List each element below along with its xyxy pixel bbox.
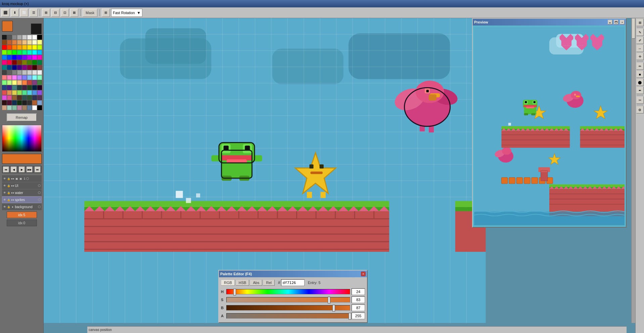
palette-cell-46[interactable]: [32, 60, 37, 65]
palette-cell-51[interactable]: [17, 65, 22, 70]
palette-cell-43[interactable]: [17, 60, 22, 65]
palette-cell-29[interactable]: [27, 50, 32, 55]
palette-cell-23[interactable]: [37, 45, 42, 50]
palette-cell-58[interactable]: [12, 70, 17, 75]
pe-a-slider[interactable]: [226, 313, 350, 319]
palette-cell-75[interactable]: [17, 80, 22, 85]
layer-item-sprites[interactable]: 👁 🔒 ●● sprites: [2, 196, 42, 203]
palette-cell-54[interactable]: [32, 65, 37, 70]
layer-item-background[interactable]: 👁 🔒 ● background: [2, 203, 42, 210]
palette-cell-86[interactable]: [32, 85, 37, 90]
mask-button[interactable]: Mask: [83, 9, 97, 17]
fg-color-swatch[interactable]: [2, 21, 13, 32]
preview-min-btn[interactable]: 🗕: [608, 20, 612, 25]
bg-color-swatch[interactable]: [31, 23, 42, 34]
palette-cell-105[interactable]: [7, 100, 12, 105]
current-color-swatch[interactable]: [2, 154, 42, 164]
palette-cell-56[interactable]: [2, 70, 7, 75]
toolbar-btn-9[interactable]: ⊞: [102, 9, 110, 17]
palette-cell-33[interactable]: [7, 55, 12, 60]
toolbar-btn-4[interactable]: ☰: [30, 9, 38, 17]
palette-cell-10[interactable]: [12, 40, 17, 45]
palette-cell-79[interactable]: [37, 80, 42, 85]
palette-cell-40[interactable]: [2, 60, 7, 65]
palette-cell-55[interactable]: [37, 65, 42, 70]
rt-btn-line[interactable]: ✏: [636, 62, 644, 70]
palette-cell-66[interactable]: [12, 75, 17, 80]
palette-cell-17[interactable]: [7, 45, 12, 50]
palette-cell-60[interactable]: [22, 70, 27, 75]
palette-cell-30[interactable]: [32, 50, 37, 55]
pe-b-value[interactable]: 87: [352, 304, 365, 311]
palette-cell-52[interactable]: [22, 65, 27, 70]
palette-cell-37[interactable]: [27, 55, 32, 60]
palette-cell-48[interactable]: [2, 65, 7, 70]
palette-cell-95[interactable]: [37, 90, 42, 95]
palette-cell-12[interactable]: [22, 40, 27, 45]
palette-cell-112[interactable]: [2, 105, 7, 110]
idx-0-label[interactable]: idx·0: [7, 220, 37, 226]
palette-cell-81[interactable]: [7, 85, 12, 90]
palette-cell-24[interactable]: [2, 50, 7, 55]
palette-cell-109[interactable]: [27, 100, 32, 105]
palette-cell-0[interactable]: [2, 35, 7, 40]
palette-cell-9[interactable]: [7, 40, 12, 45]
palette-cell-114[interactable]: [12, 105, 17, 110]
palette-cell-2[interactable]: [12, 35, 17, 40]
palette-cell-13[interactable]: [27, 40, 32, 45]
palette-cell-97[interactable]: [7, 95, 12, 100]
palette-cell-15[interactable]: [37, 40, 42, 45]
palette-cell-7[interactable]: [37, 35, 42, 40]
palette-cell-101[interactable]: [27, 95, 32, 100]
palette-cell-41[interactable]: [7, 60, 12, 65]
palette-cell-38[interactable]: [32, 55, 37, 60]
remap-button[interactable]: Remap: [7, 113, 37, 122]
palette-cell-25[interactable]: [7, 50, 12, 55]
pe-h-value[interactable]: 24: [352, 288, 365, 295]
pe-b-slider[interactable]: [226, 305, 350, 311]
palette-cell-93[interactable]: [27, 90, 32, 95]
palette-cell-14[interactable]: [32, 40, 37, 45]
palette-cell-78[interactable]: [32, 80, 37, 85]
palette-cell-94[interactable]: [32, 90, 37, 95]
palette-cell-19[interactable]: [17, 45, 22, 50]
palette-cell-36[interactable]: [22, 55, 27, 60]
pe-h-slider[interactable]: [226, 289, 350, 294]
palette-cell-64[interactable]: [2, 75, 7, 80]
palette-cell-106[interactable]: [12, 100, 17, 105]
palette-cell-59[interactable]: [17, 70, 22, 75]
pe-a-thumb[interactable]: [349, 313, 351, 320]
toolbar-btn-6[interactable]: ⊟: [51, 9, 59, 17]
layer-item-ui[interactable]: 👁 🔒 ●● UI: [2, 182, 42, 189]
palette-cell-28[interactable]: [22, 50, 27, 55]
palette-cell-113[interactable]: [7, 105, 12, 110]
rt-btn-grid[interactable]: ⊞: [636, 19, 644, 26]
palette-cell-4[interactable]: [22, 35, 27, 40]
rt-btn-zoom[interactable]: ✛: [636, 53, 644, 60]
palette-editor-close-btn[interactable]: ×: [361, 272, 366, 276]
rt-btn-eyedrop[interactable]: ✐: [636, 37, 644, 44]
palette-cell-110[interactable]: [32, 100, 37, 105]
palette-cell-83[interactable]: [17, 85, 22, 90]
pe-b-thumb[interactable]: [332, 305, 335, 312]
anim-prev-btn[interactable]: ◀: [11, 166, 17, 173]
palette-cell-6[interactable]: [32, 35, 37, 40]
anim-last-btn[interactable]: ⏭: [35, 166, 41, 173]
palette-cell-103[interactable]: [37, 95, 42, 100]
palette-cell-91[interactable]: [17, 90, 22, 95]
anim-first-btn[interactable]: ⏮: [3, 166, 9, 173]
toolbar-btn-2[interactable]: ⬇: [11, 9, 19, 17]
palette-cell-21[interactable]: [27, 45, 32, 50]
palette-cell-1[interactable]: [7, 35, 12, 40]
palette-cell-47[interactable]: [37, 60, 42, 65]
palette-cell-39[interactable]: [37, 55, 42, 60]
palette-cell-57[interactable]: [7, 70, 12, 75]
palette-cell-31[interactable]: [37, 50, 42, 55]
palette-cell-115[interactable]: [17, 105, 22, 110]
palette-cell-22[interactable]: [32, 45, 37, 50]
toolbar-btn-1[interactable]: ⬛: [1, 9, 9, 17]
layer-item-1[interactable]: 👁 🔒 ●● ▣ ▣ 1: [2, 175, 42, 182]
palette-cell-65[interactable]: [7, 75, 12, 80]
rt-btn-fill[interactable]: ■: [636, 70, 644, 78]
toolbar-btn-8[interactable]: ⊠: [70, 9, 78, 17]
